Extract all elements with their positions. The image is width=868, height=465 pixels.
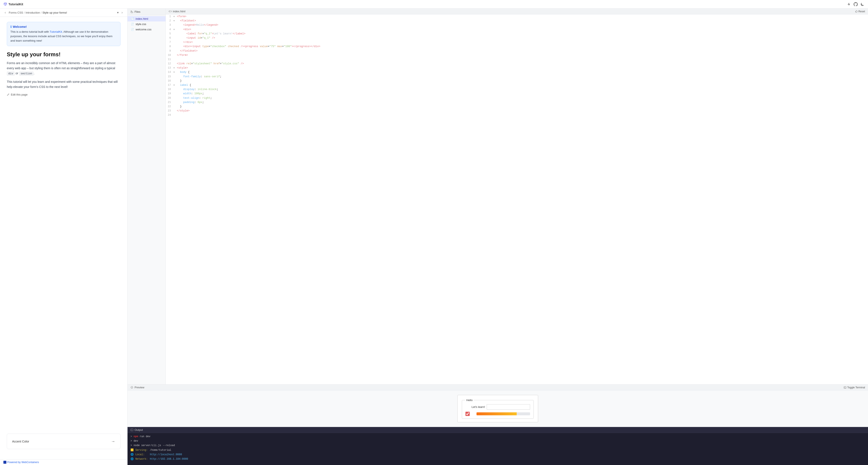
line-num-23: 23 xyxy=(166,109,174,113)
line-toggle-8 xyxy=(174,44,177,45)
serving-icon: 🟨 xyxy=(130,448,134,452)
line-content-1: <form> xyxy=(177,14,868,19)
github-icon[interactable] xyxy=(854,2,858,6)
local-icon: 🌐 xyxy=(130,453,134,457)
line-num-6: 6 xyxy=(166,36,174,40)
files-panel: Files 📄 index.html 📄 style.css 📄 xyxy=(127,8,166,384)
editor-header: index.html Reset xyxy=(166,8,868,14)
output-header: Output xyxy=(127,427,868,433)
page-para-2: This tutorial will let you learn and exp… xyxy=(7,79,121,90)
preview-content: Hello Let's learn! xyxy=(127,391,868,427)
edit-icon xyxy=(7,93,9,96)
output-section: Output > npm run dev > dev > node server… xyxy=(127,427,868,465)
line-num-8: 8 xyxy=(166,44,174,48)
content-area: ℹ Welcome! This is a demo tutorial built… xyxy=(0,17,127,429)
preview-fieldset: Hello Let's learn! xyxy=(462,399,534,419)
line-content-12: <link rel="stylesheet" href="style.css" … xyxy=(177,62,868,66)
nav-forward-button[interactable]: › xyxy=(120,10,124,15)
preview-form-row-1: Let's learn! xyxy=(465,404,530,409)
editor-panel: index.html Reset 1▼<form> 2▼ <fieldset> xyxy=(166,8,868,384)
line-toggle-4[interactable]: ▼ xyxy=(174,27,177,31)
local-label: Local: xyxy=(135,453,148,457)
para1-suffix: . xyxy=(34,72,34,75)
file-icon-style: 📄 xyxy=(131,23,134,26)
file-list: 📄 index.html 📄 style.css 📄 welcome.css xyxy=(127,15,165,33)
reset-label: Reset xyxy=(859,10,865,13)
preview-header: Preview Toggle Terminal xyxy=(127,385,868,391)
line-num-16: 16 xyxy=(166,79,174,83)
line-toggle-18 xyxy=(174,87,177,88)
next-card[interactable]: Accent Color → xyxy=(7,434,121,449)
line-num-5: 5 xyxy=(166,32,174,36)
line-toggle-15 xyxy=(174,74,177,75)
line-num-7: 7 xyxy=(166,40,174,44)
line-toggle-17[interactable]: ▼ xyxy=(174,83,177,87)
line-toggle-3 xyxy=(174,23,177,24)
editor-header-left: index.html xyxy=(169,10,185,13)
file-item-index-html[interactable]: 📄 index.html xyxy=(127,16,165,22)
preview-form-label: Let's learn! xyxy=(465,405,487,408)
line-toggle-21 xyxy=(174,100,177,101)
code-line-5: 5 <label for="q_1">Let's learn!</label> xyxy=(166,32,868,36)
output-content: > npm run dev > dev > node server/cli.js… xyxy=(127,433,868,465)
preview-form-input[interactable] xyxy=(487,404,530,409)
info-box-title: ℹ Welcome! xyxy=(10,25,117,28)
line-toggle-22 xyxy=(174,104,177,105)
file-item-welcome-css[interactable]: 📄 welcome.css xyxy=(127,27,165,32)
code-line-22: 22 } xyxy=(166,104,868,109)
line-num-13: 13 xyxy=(166,66,174,70)
line-num-14: 14 xyxy=(166,70,174,74)
line-content-15: font-family: sans-serif; xyxy=(177,74,868,79)
breadcrumb-dropdown-button[interactable]: ▾ xyxy=(117,11,119,14)
file-item-style-css[interactable]: 📄 style.css xyxy=(127,22,165,27)
line-content-7: </div> xyxy=(177,40,868,44)
line-toggle-13[interactable]: ▼ xyxy=(174,66,177,70)
code-line-8: 8 <div><input type="checkbox" checked />… xyxy=(166,44,868,48)
code-line-14: 14▼ body { xyxy=(166,70,868,74)
code-line-10: 10 </form> xyxy=(166,53,868,57)
line-content-16: } xyxy=(177,79,868,83)
breadcrumb-current: Style up your forms! xyxy=(42,11,67,14)
code-editor[interactable]: 1▼<form> 2▼ <fieldset> 3 <legend>Hello</… xyxy=(166,14,868,384)
breadcrumb: Forms CSS / Introduction / Style up your… xyxy=(9,11,115,14)
files-header: Files xyxy=(127,8,165,15)
powered-by-link[interactable]: Powered by WebContainers xyxy=(7,461,39,464)
webcontainer-icon xyxy=(3,461,6,464)
code-line-7: 7 </div> xyxy=(166,40,868,44)
lightning-icon[interactable] xyxy=(847,2,851,6)
network-url: http://192.168.1.104:8080 xyxy=(150,457,188,461)
preview-icon xyxy=(130,386,133,389)
line-toggle-14[interactable]: ▼ xyxy=(174,70,177,74)
code-div: div xyxy=(7,72,15,75)
code-line-11: 11 xyxy=(166,57,868,62)
preview-label: Preview xyxy=(134,386,144,389)
info-icon: ℹ xyxy=(10,25,11,28)
para1-mid: or xyxy=(15,72,19,75)
nav-back-button[interactable]: ‹ xyxy=(3,10,7,15)
file-name-index: index.html xyxy=(135,17,148,21)
moon-icon[interactable] xyxy=(860,2,865,6)
line-toggle-23 xyxy=(174,109,177,109)
line-toggle-20 xyxy=(174,96,177,97)
reset-icon xyxy=(855,10,858,13)
line-toggle-2[interactable]: ▼ xyxy=(174,19,177,23)
reset-button[interactable]: Reset xyxy=(855,10,865,13)
svg-rect-2 xyxy=(131,12,133,13)
line-num-4: 4 xyxy=(166,27,174,32)
code-section: section xyxy=(19,72,34,75)
line-content-10: </form> xyxy=(177,53,868,57)
line-num-9: 9 xyxy=(166,49,174,53)
line-content-14: body { xyxy=(177,70,868,74)
line-toggle-1[interactable]: ▼ xyxy=(174,14,177,19)
line-num-3: 3 xyxy=(166,23,174,27)
line-toggle-12 xyxy=(174,62,177,62)
page-title: Style up your forms! xyxy=(7,51,121,58)
line-toggle-9 xyxy=(174,49,177,49)
tutorialkit-link[interactable]: TutorialKit xyxy=(50,30,62,33)
edit-page-link[interactable]: Edit this page xyxy=(7,93,121,96)
preview-checkbox[interactable] xyxy=(465,412,470,416)
toggle-terminal-button[interactable]: Toggle Terminal xyxy=(844,386,865,389)
line-num-21: 21 xyxy=(166,100,174,104)
next-card-label: Accent Color xyxy=(12,440,29,443)
code-line-4: 4▼ <div> xyxy=(166,27,868,32)
